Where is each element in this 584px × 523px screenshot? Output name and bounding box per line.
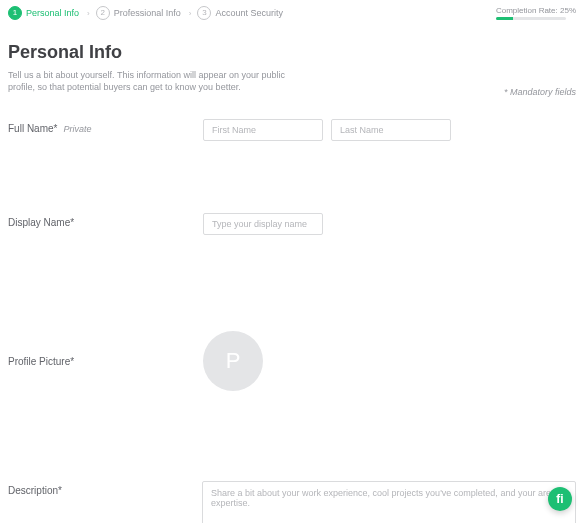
page-title: Personal Info — [8, 42, 576, 63]
private-tag: Private — [63, 124, 91, 134]
completion-text: Completion Rate: 25% — [496, 6, 576, 15]
avatar-initial: P — [226, 348, 241, 374]
last-name-input[interactable] — [331, 119, 451, 141]
field-fullname: Full Name* Private — [8, 119, 576, 141]
step-label: Account Security — [215, 8, 283, 18]
stepper: 1 Personal Info › 2 Professional Info › … — [0, 0, 584, 28]
chevron-right-icon: › — [87, 9, 90, 18]
step-personal-info[interactable]: 1 Personal Info — [8, 6, 79, 20]
fullname-label: Full Name* — [8, 123, 57, 134]
step-account-security[interactable]: 3 Account Security — [197, 6, 283, 20]
step-number: 2 — [96, 6, 110, 20]
chevron-right-icon: › — [189, 9, 192, 18]
field-profile-picture: Profile Picture* P — [8, 331, 576, 391]
field-display-name: Display Name* — [8, 213, 576, 235]
step-professional-info[interactable]: 2 Professional Info — [96, 6, 181, 20]
description-label: Description* — [8, 485, 62, 496]
profile-picture-label: Profile Picture* — [8, 356, 74, 367]
description-textarea[interactable] — [202, 481, 576, 523]
progress-bar — [496, 17, 566, 20]
step-label: Professional Info — [114, 8, 181, 18]
step-label: Personal Info — [26, 8, 79, 18]
completion-rate: Completion Rate: 25% — [496, 6, 576, 20]
help-fab[interactable]: fi — [548, 487, 572, 511]
fab-icon: fi — [556, 492, 563, 506]
display-name-input[interactable] — [203, 213, 323, 235]
avatar-upload[interactable]: P — [203, 331, 263, 391]
field-description: Description* min. 150 characters 0 / 600 — [8, 481, 576, 523]
step-number: 3 — [197, 6, 211, 20]
progress-fill — [496, 17, 514, 20]
display-name-label: Display Name* — [8, 217, 74, 228]
first-name-input[interactable] — [203, 119, 323, 141]
step-number: 1 — [8, 6, 22, 20]
